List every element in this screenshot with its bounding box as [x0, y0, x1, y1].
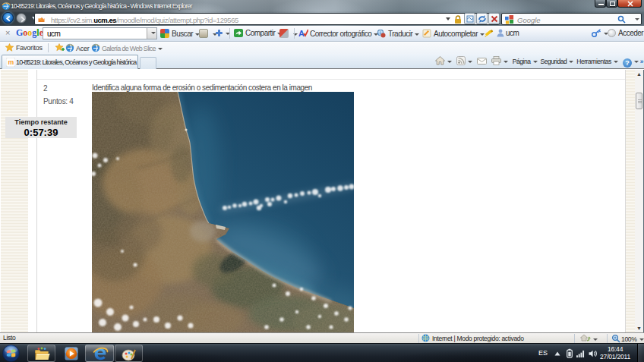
svg-text:m: m [8, 58, 14, 66]
svg-text:A: A [298, 29, 305, 38]
svg-text:m: m [39, 17, 43, 22]
